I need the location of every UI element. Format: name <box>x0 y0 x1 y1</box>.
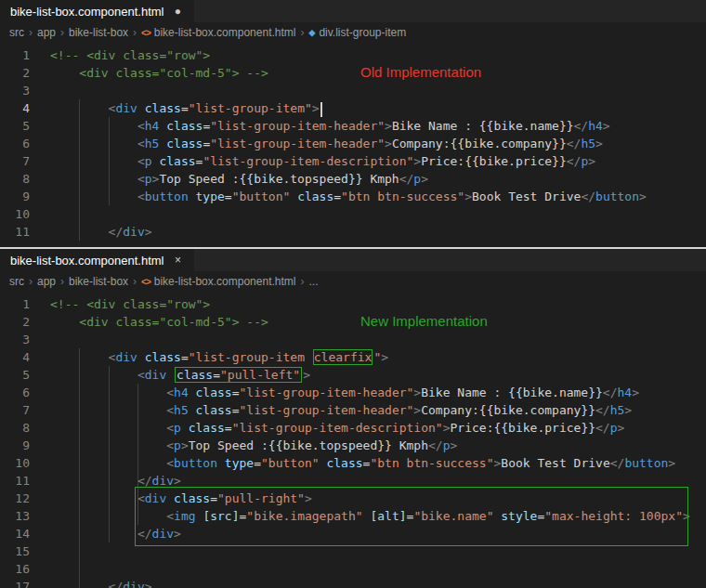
line-number[interactable]: 1 <box>0 295 50 313</box>
code-line[interactable]: 12 <div class="pull-right"> <box>0 490 706 507</box>
code-token: "list-group-item" <box>189 101 312 115</box>
code-token: > <box>385 137 392 150</box>
code-line[interactable]: 10 <box>0 205 706 223</box>
breadcrumb-item[interactable]: bike-list-box <box>69 26 128 39</box>
line-number[interactable]: 13 <box>0 507 50 525</box>
code-line[interactable]: 1<!-- <div class="row"> <box>0 46 706 64</box>
line-number[interactable]: 14 <box>0 525 50 542</box>
code-line[interactable]: 14 </div> <box>0 525 706 542</box>
code-token: h4 <box>618 385 633 399</box>
code-line[interactable]: 4 <div class="list-group-item clearfix"> <box>0 348 706 366</box>
code-line[interactable]: 6 <h5 class="list-group-item-header">Com… <box>0 135 706 152</box>
line-number[interactable]: 16 <box>0 560 50 578</box>
code-line[interactable]: 1<!-- <div class="row"> <box>0 295 706 313</box>
breadcrumb-item[interactable]: ... <box>308 275 318 288</box>
line-number[interactable]: 8 <box>0 170 50 188</box>
breadcrumb-label: bike-list-box <box>69 275 128 288</box>
code-token: < <box>50 403 174 417</box>
breadcrumb-label: src <box>9 26 24 39</box>
breadcrumb-item[interactable]: app <box>37 275 56 288</box>
code-token: "button" <box>261 456 320 470</box>
code-token: </ <box>595 403 610 417</box>
tab-bike-list-box-component-bottom[interactable]: bike-list-box.component.html × <box>0 249 194 271</box>
code-token: < <box>50 368 145 382</box>
breadcrumb-item[interactable]: app <box>37 26 56 39</box>
breadcrumb-item[interactable]: src <box>9 26 24 39</box>
line-number[interactable]: 4 <box>0 99 50 117</box>
code-token: > <box>181 438 189 452</box>
line-number[interactable]: 6 <box>0 135 50 152</box>
code-token: = <box>181 101 189 115</box>
code-line[interactable]: 11 </div> <box>0 472 706 490</box>
code-line[interactable]: 3 <box>0 331 706 348</box>
code-line[interactable]: 6 <h4 class="list-group-item-header">Bik… <box>0 384 706 401</box>
indent-guide <box>79 99 80 241</box>
line-number[interactable]: 1 <box>0 46 50 64</box>
line-number[interactable]: 15 <box>0 542 50 560</box>
code-line-text: <div class="list-group-item clearfix"> <box>50 348 388 366</box>
line-number[interactable]: 10 <box>0 205 50 223</box>
code-line[interactable]: 2 <div class="col-md-5"> --> <box>0 313 706 331</box>
breadcrumb-item[interactable]: <>bike-list-box.component.html <box>141 275 295 288</box>
code-token: h4 <box>588 119 603 133</box>
code-line[interactable]: 16 <box>0 560 706 578</box>
line-number[interactable]: 6 <box>0 384 50 401</box>
code-line[interactable]: 5 <h4 class="list-group-item-header">Bik… <box>0 117 706 135</box>
tab-bike-list-box-component-top[interactable]: bike-list-box.component.html ● <box>0 0 194 22</box>
code-line[interactable]: 2 <div class="col-md-5"> --> <box>0 64 706 82</box>
indent-guide <box>109 117 110 205</box>
code-token: = <box>213 368 220 382</box>
line-number[interactable]: 12 <box>0 490 50 507</box>
code-token: <div class="col-md-5"> --> <box>50 66 268 80</box>
code-line[interactable]: 9 <p>Top Speed :{{bike.topspeed}} Kmph</… <box>0 437 706 454</box>
code-line[interactable]: 10 <button type="button" class="btn btn-… <box>0 454 706 472</box>
code-line[interactable]: 7 <p class="list-group-item-description"… <box>0 152 706 170</box>
code-editor-new[interactable]: 1<!-- <div class="row">2 <div class="col… <box>0 292 706 588</box>
line-number[interactable]: 7 <box>0 152 50 170</box>
code-line[interactable]: 3 <box>0 82 706 99</box>
line-number[interactable]: 2 <box>0 313 50 331</box>
code-line[interactable]: 4 <div class="list-group-item"> <box>0 99 706 117</box>
code-line[interactable]: 11 </div> <box>0 223 706 241</box>
close-icon[interactable]: × <box>171 254 184 267</box>
breadcrumb-item[interactable]: bike-list-box <box>69 275 128 288</box>
code-line[interactable]: 13 <img [src]="bike.imagepath" [alt]="bi… <box>0 507 706 525</box>
code-line[interactable]: 17 </div> <box>0 578 706 588</box>
code-token: "pull-right" <box>217 491 305 505</box>
line-number[interactable]: 5 <box>0 117 50 135</box>
breadcrumb-item[interactable]: <>bike-list-box.component.html <box>141 26 295 39</box>
code-line[interactable]: 5 <div class="pull-left"> <box>0 366 706 384</box>
code-token: style <box>501 509 537 523</box>
line-number[interactable]: 11 <box>0 223 50 241</box>
line-number[interactable]: 7 <box>0 401 50 419</box>
code-token: < <box>50 456 174 470</box>
code-line[interactable]: 8 <p>Top Speed :{{bike.topspeed}} Kmph</… <box>0 170 706 188</box>
code-line-text: <div class="pull-right"> <box>50 490 312 507</box>
line-number[interactable]: 11 <box>0 472 50 490</box>
code-line[interactable]: 7 <h5 class="list-group-item-header">Com… <box>0 401 706 419</box>
line-number[interactable]: 5 <box>0 366 50 384</box>
symbol-icon: ◆ <box>308 28 315 37</box>
line-number[interactable]: 17 <box>0 578 50 588</box>
line-number[interactable]: 4 <box>0 348 50 366</box>
line-number[interactable]: 3 <box>0 82 50 99</box>
line-number[interactable]: 9 <box>0 437 50 454</box>
code-token: h4 <box>174 385 189 399</box>
code-token: <div class="col-md-5"> --> <box>50 315 268 329</box>
line-number[interactable]: 3 <box>0 331 50 348</box>
code-line[interactable]: 8 <p class="list-group-item-description"… <box>0 419 706 437</box>
code-token: "bike.name" <box>413 509 493 523</box>
code-line[interactable]: 15 <box>0 542 706 560</box>
code-line-text: <div class="pull-left"> <box>50 366 310 384</box>
code-line[interactable]: 9 <button type="button" class="btn btn-s… <box>0 188 706 205</box>
line-number[interactable]: 2 <box>0 64 50 82</box>
code-editor-old[interactable]: 1<!-- <div class="row">2 <div class="col… <box>0 43 706 247</box>
breadcrumb-separator-icon: › <box>60 275 64 288</box>
code-line-text: <!-- <div class="row"> <box>50 295 210 313</box>
line-number[interactable]: 10 <box>0 454 50 472</box>
line-number[interactable]: 9 <box>0 188 50 205</box>
modified-dot-icon[interactable]: ● <box>171 5 184 18</box>
breadcrumb-item[interactable]: ◆div.list-group-item <box>308 26 406 39</box>
breadcrumb-item[interactable]: src <box>9 275 24 288</box>
line-number[interactable]: 8 <box>0 419 50 437</box>
